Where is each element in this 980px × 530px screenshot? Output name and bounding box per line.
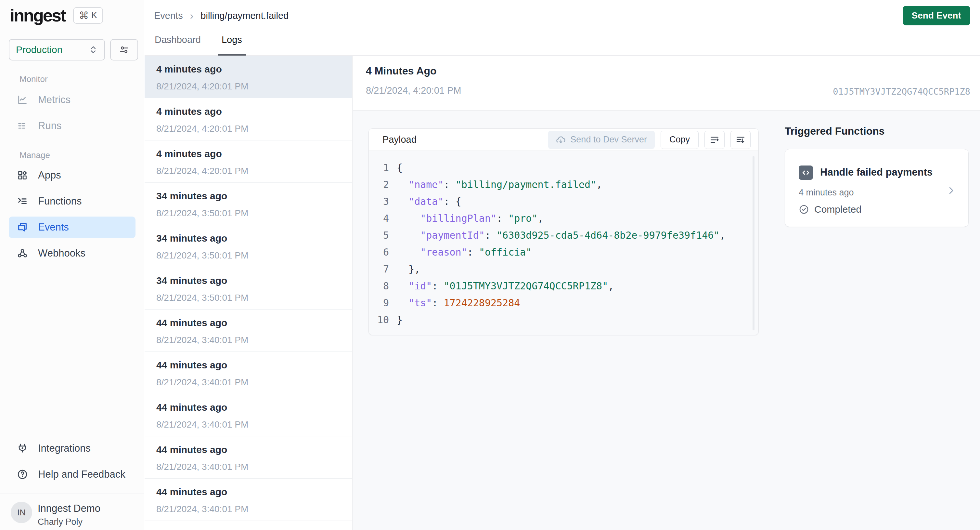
sidebar-item-help[interactable]: Help and Feedback [9, 464, 135, 485]
chevron-right-icon [946, 186, 956, 195]
code-line-text: "paymentId": "6303d925-cda5-4d64-8b2e-99… [397, 227, 725, 244]
environment-selector[interactable]: Production [9, 39, 105, 61]
chart-line-icon [17, 94, 28, 105]
lines-arrow-down-icon [735, 135, 746, 145]
tab-logs[interactable]: Logs [221, 32, 243, 56]
sidebar-item-label: Apps [38, 169, 61, 181]
copy-button[interactable]: Copy [660, 131, 698, 149]
breadcrumb: Events › billing/payment.failed [154, 10, 288, 22]
event-timestamp: 8/21/2024, 3:50:01 PM [156, 208, 340, 219]
line-number: 5 [375, 227, 389, 244]
event-detail-header: 4 Minutes Ago 8/21/2024, 4:20:01 PM 01J5… [353, 56, 980, 110]
event-list-item[interactable]: 4 minutes ago8/21/2024, 4:20:01 PM [145, 98, 352, 140]
code-line-text: "id": "01J5TMY3VJTZ2QG74QCC5RP1Z8", [397, 278, 614, 295]
code-line-text: "billingPlan": "pro", [397, 210, 544, 227]
sidebar-item-label: Help and Feedback [38, 469, 126, 480]
code-line: 2 "name": "billing/payment.failed", [375, 176, 758, 193]
event-list-item[interactable]: 34 minutes ago8/21/2024, 3:50:01 PM [145, 267, 352, 310]
event-timestamp: 8/21/2024, 3:40:01 PM [156, 335, 340, 345]
line-number: 4 [375, 210, 389, 227]
event-timestamp: 8/21/2024, 3:50:01 PM [156, 251, 340, 261]
user-full-name: Charly Poly [38, 517, 83, 527]
code-line-text: "reason": "officia" [397, 244, 531, 261]
code-line-text: "ts": 1724228925284 [397, 295, 520, 311]
code-line-text: } [397, 311, 402, 329]
event-list-item[interactable]: 4 minutes ago8/21/2024, 4:20:01 PM [145, 56, 352, 98]
send-event-button[interactable]: Send Event [903, 6, 970, 26]
apps-grid-icon [17, 170, 28, 181]
event-relative-time: 44 minutes ago [156, 487, 340, 498]
payload-toolbar: Payload Send to Dev Server Copy [369, 129, 758, 151]
event-relative-time: about 1 hour ago [156, 529, 340, 530]
event-id: 01J5TMY3VJTZ2QG74QCC5RP1Z8 [833, 86, 970, 97]
sidebar-item-label: Functions [38, 195, 81, 207]
sidebar-item-metrics[interactable]: Metrics [9, 89, 135, 110]
breadcrumb-events-link[interactable]: Events [154, 10, 183, 21]
line-number: 2 [375, 176, 389, 193]
event-list-item[interactable]: 34 minutes ago8/21/2024, 3:50:01 PM [145, 183, 352, 225]
event-list-item[interactable]: 4 minutes ago8/21/2024, 4:20:01 PM [145, 140, 352, 183]
word-wrap-icon [710, 135, 720, 145]
event-timestamp: 8/21/2024, 3:40:01 PM [156, 504, 340, 514]
check-circle-icon [799, 204, 809, 215]
sidebar-item-runs[interactable]: Runs [9, 115, 135, 137]
event-detail-timestamp: 8/21/2024, 4:20:01 PM [366, 85, 461, 96]
triggered-function-status: Completed [799, 204, 861, 215]
status-label: Completed [814, 204, 861, 215]
sidebar-item-apps[interactable]: Apps [9, 164, 135, 186]
event-timestamp: 8/21/2024, 4:20:01 PM [156, 166, 340, 176]
code-line-text: }, [397, 261, 420, 278]
code-line: 8 "id": "01J5TMY3VJTZ2QG74QCC5RP1Z8", [375, 278, 758, 295]
sidebar-item-webhooks[interactable]: Webhooks [9, 243, 135, 264]
sidebar-item-label: Metrics [38, 94, 70, 106]
webhook-icon [17, 248, 28, 259]
code-line: 6 "reason": "officia" [375, 244, 758, 261]
line-number: 9 [375, 295, 389, 311]
sidebar-item-label: Webhooks [38, 247, 86, 259]
event-list: 4 minutes ago8/21/2024, 4:20:01 PM4 minu… [145, 56, 353, 530]
sidebar-item-functions[interactable]: Functions [9, 190, 135, 212]
code-line: 9 "ts": 1724228925284 [375, 295, 758, 311]
triggered-function-time: 4 minutes ago [799, 188, 854, 198]
send-to-dev-server-button[interactable]: Send to Dev Server [548, 131, 655, 149]
event-timestamp: 8/21/2024, 3:40:01 PM [156, 462, 340, 472]
code-line: 5 "paymentId": "6303d925-cda5-4d64-8b2e-… [375, 227, 758, 244]
tab-dashboard[interactable]: Dashboard [154, 32, 202, 56]
event-list-item[interactable]: 44 minutes ago8/21/2024, 3:40:01 PM [145, 352, 352, 394]
triggered-function-name: Handle failed payments [820, 166, 932, 178]
user-avatar[interactable]: IN [11, 502, 32, 523]
event-list-item[interactable]: 44 minutes ago8/21/2024, 3:40:01 PM [145, 436, 352, 479]
sidebar-item-label: Events [38, 222, 69, 233]
event-relative-time: 44 minutes ago [156, 317, 340, 329]
event-detail-pane: 4 Minutes Ago 8/21/2024, 4:20:01 PM 01J5… [353, 56, 980, 530]
event-list-item[interactable]: about 1 hour ago [145, 521, 352, 530]
command-palette-shortcut[interactable]: ⌘ K [73, 7, 103, 24]
event-timestamp: 8/21/2024, 4:20:01 PM [156, 124, 340, 134]
line-number: 8 [375, 278, 389, 295]
breadcrumb-current-page: billing/payment.failed [200, 10, 288, 21]
event-list-item[interactable]: 34 minutes ago8/21/2024, 3:50:01 PM [145, 225, 352, 267]
topbar: Events › billing/payment.failed Dashboar… [145, 0, 980, 56]
event-timestamp: 8/21/2024, 3:40:01 PM [156, 420, 340, 430]
event-list-item[interactable]: 44 minutes ago8/21/2024, 3:40:01 PM [145, 310, 352, 352]
word-wrap-button[interactable] [705, 131, 725, 149]
event-relative-time: 34 minutes ago [156, 233, 340, 244]
sidebar-item-integrations[interactable]: Integrations [9, 437, 135, 459]
detail-tabs: Dashboard Logs [154, 32, 243, 56]
code-line-text: "data": { [397, 193, 461, 210]
sidebar-section-manage: Manage [19, 150, 50, 160]
sidebar-footer-divider [0, 493, 144, 494]
events-icon [17, 222, 28, 233]
sidebar-item-events[interactable]: Events [9, 217, 135, 238]
event-list-item[interactable]: 44 minutes ago8/21/2024, 3:40:01 PM [145, 479, 352, 521]
function-code-icon [799, 166, 813, 180]
triggered-function-card[interactable]: Handle failed payments 4 minutes ago Com… [785, 149, 969, 227]
code-line-text: { [397, 159, 402, 176]
event-list-item[interactable]: 44 minutes ago8/21/2024, 3:40:01 PM [145, 394, 352, 436]
environment-settings-button[interactable] [110, 39, 138, 61]
code-scrollbar[interactable] [752, 156, 754, 330]
event-detail-body: Payload Send to Dev Server Copy [353, 111, 980, 530]
line-number: 6 [375, 244, 389, 261]
scroll-to-bottom-button[interactable] [730, 131, 751, 149]
command-icon: ⌘ [79, 10, 89, 21]
